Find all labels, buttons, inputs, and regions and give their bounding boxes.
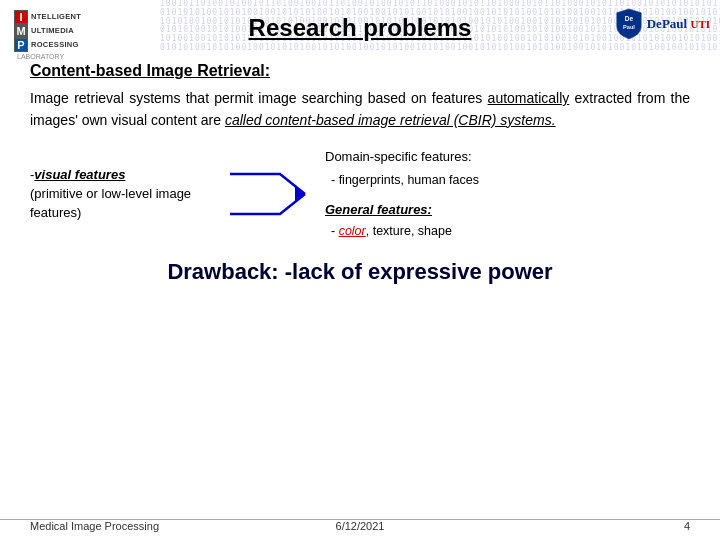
footer: Medical Image Processing 6/12/2021 4 xyxy=(0,519,720,532)
footer-page: 4 xyxy=(470,520,690,532)
logo-intelligent: NTELLIGENT xyxy=(31,12,81,22)
footer-left: Medical Image Processing xyxy=(30,520,250,532)
general-rest: , texture, shape xyxy=(366,224,452,238)
drawback-heading: Drawback: -lack of expressive power xyxy=(30,259,690,285)
depaul-text: DePaul UTI xyxy=(647,16,710,32)
footer-date: 6/12/2021 xyxy=(250,520,470,532)
logo-p: P xyxy=(14,38,28,52)
general-list: - color, texture, shape xyxy=(331,222,690,241)
header: I NTELLIGENT M ULTIMEDIA P ROCESSING LAB… xyxy=(0,0,720,52)
logo-processing: ROCESSING xyxy=(31,40,79,50)
page-title: Research problems xyxy=(249,14,472,42)
general-dash: - xyxy=(331,224,339,238)
logo-m: M xyxy=(14,24,28,38)
cbir-text: called content-based image retrieval (CB… xyxy=(225,112,556,128)
svg-text:Paul: Paul xyxy=(623,24,635,30)
left-feature-box: -visual features (primitive or low-level… xyxy=(30,166,225,223)
svg-text:De: De xyxy=(625,15,634,22)
logo-left: I NTELLIGENT M ULTIMEDIA P ROCESSING LAB… xyxy=(10,8,140,70)
intro-paragraph: Image retrieval systems that permit imag… xyxy=(30,88,690,131)
domain-list: - fingerprints, human faces xyxy=(331,171,690,190)
right-features-box: Domain-specific features: - fingerprints… xyxy=(325,147,690,241)
logo-i: I xyxy=(14,10,28,24)
logo-right: De Paul DePaul UTI xyxy=(615,8,710,40)
depaul-shield-icon: De Paul xyxy=(615,8,643,40)
general-title: General features: xyxy=(325,200,690,220)
logo-multimedia: ULTIMEDIA xyxy=(31,26,74,36)
domain-title: Domain-specific features: xyxy=(325,147,690,167)
intro-text-1: Image retrieval systems that permit imag… xyxy=(30,90,488,106)
automatically-text: automatically xyxy=(488,90,570,106)
arrow-icon xyxy=(225,154,325,234)
visual-features-title: visual features xyxy=(34,167,125,182)
logo-lab: LABORATORY xyxy=(17,53,81,60)
color-word: color xyxy=(339,224,366,238)
primitive-subtitle: (primitive or low-level image features) xyxy=(30,186,191,220)
diagram-area: -visual features (primitive or low-level… xyxy=(30,147,690,241)
main-content: Content-based Image Retrieval: Image ret… xyxy=(0,52,720,285)
